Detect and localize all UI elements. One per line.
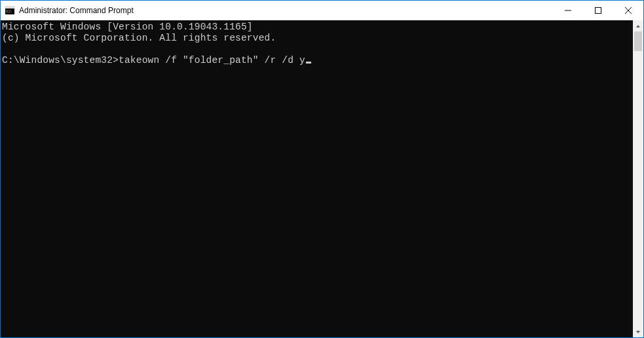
- scroll-down-button[interactable]: [633, 326, 643, 337]
- console-prompt: C:\Windows\system32>: [2, 55, 119, 66]
- command-prompt-window: C:\ Administrator: Command Prompt Micros…: [0, 0, 644, 338]
- console-area: Microsoft Windows [Version 10.0.19043.11…: [1, 20, 643, 337]
- window-title: Administrator: Command Prompt: [19, 6, 553, 15]
- scroll-up-button[interactable]: [633, 20, 643, 31]
- vertical-scrollbar[interactable]: [633, 20, 643, 337]
- svg-rect-4: [596, 8, 601, 14]
- console-line: Microsoft Windows [Version 10.0.19043.11…: [2, 22, 253, 32]
- titlebar: C:\ Administrator: Command Prompt: [1, 1, 643, 20]
- console-line: (c) Microsoft Corporation. All rights re…: [2, 33, 276, 43]
- console-content[interactable]: Microsoft Windows [Version 10.0.19043.11…: [1, 20, 633, 337]
- scrollbar-track[interactable]: [633, 31, 643, 326]
- svg-text:C:\: C:\: [7, 9, 12, 13]
- minimize-button[interactable]: [553, 1, 583, 20]
- cursor: [306, 62, 311, 64]
- app-icon: C:\: [5, 5, 15, 16]
- console-command: takeown /f "folder_path" /r /d y: [119, 55, 305, 66]
- maximize-button[interactable]: [583, 1, 613, 20]
- scrollbar-thumb[interactable]: [634, 31, 642, 51]
- close-button[interactable]: [613, 1, 643, 20]
- svg-rect-1: [5, 7, 14, 9]
- window-controls: [553, 1, 643, 20]
